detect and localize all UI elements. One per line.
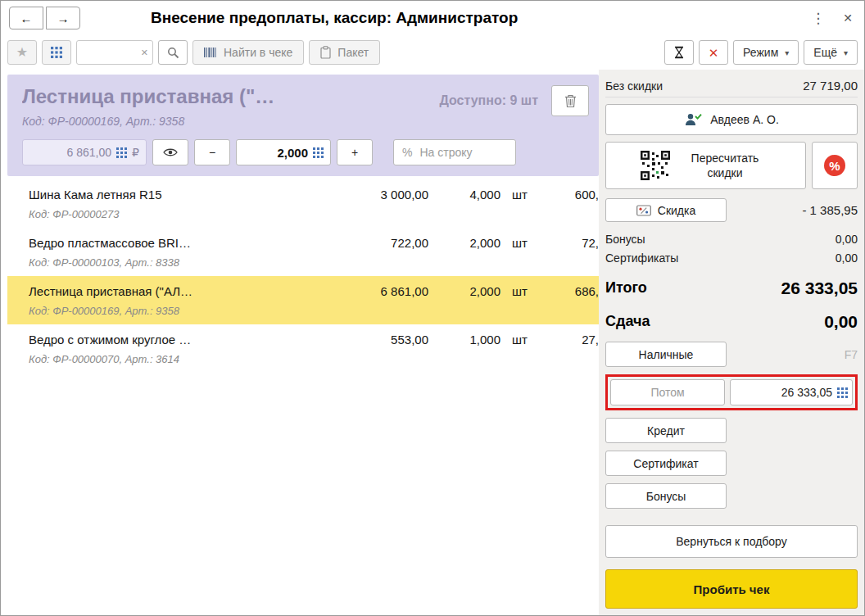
pay-later-button[interactable]: Потом xyxy=(610,379,725,405)
eye-icon xyxy=(163,147,178,157)
plus-icon: + xyxy=(351,146,358,159)
forward-button[interactable]: → xyxy=(46,7,80,29)
nav-arrows: ← → xyxy=(9,7,80,29)
product-code: Код: ФР-00000169, Арт.: 9358 xyxy=(22,115,274,128)
barcode-icon xyxy=(204,47,217,58)
increase-qty-button[interactable]: + xyxy=(337,139,373,165)
row-unit: шт xyxy=(500,284,548,298)
find-in-check-button[interactable]: Найти в чеке xyxy=(192,40,304,65)
manual-discount-button[interactable]: % xyxy=(812,142,858,189)
quantity-field[interactable]: 2,000 xyxy=(236,139,331,165)
packet-button[interactable]: Пакет xyxy=(309,40,380,65)
back-to-selection-button[interactable]: Вернуться к подбору xyxy=(605,525,858,558)
row-unit: шт xyxy=(500,236,548,250)
payment-panel: Без скидки 27 719,00 Авдеев А. О. Пересч… xyxy=(599,70,864,615)
recalculate-discounts-label: Пересчитать скидки xyxy=(679,151,771,180)
row-name: Ведро пластмассовое BRI… xyxy=(7,236,343,250)
pay-certificate-button[interactable]: Сертификат xyxy=(605,451,727,476)
quick-search-input[interactable] xyxy=(82,46,141,60)
mode-dropdown[interactable]: Режим ▾ xyxy=(733,40,799,65)
receipt-row[interactable]: Ведро пластмассовое BRI… 722,00 2,000 шт… xyxy=(7,228,599,276)
row-name: Ведро с отжимом круглое … xyxy=(7,333,343,346)
back-button[interactable]: ← xyxy=(9,7,43,29)
pay-credit-button[interactable]: Кредит xyxy=(605,418,727,443)
percent-icon: % xyxy=(402,146,412,159)
quick-search[interactable]: ✕ xyxy=(76,40,153,65)
certificates-label: Сертификаты xyxy=(605,251,678,265)
numpad-button[interactable] xyxy=(42,40,71,65)
row-price: 722,00 xyxy=(343,236,428,250)
total-label: Итого xyxy=(605,279,647,297)
row-amount: 27, xyxy=(548,333,599,346)
row-unit: шт xyxy=(500,188,548,202)
recalculate-discounts-button[interactable]: Пересчитать скидки xyxy=(605,142,806,189)
titlebar: ← → Внесение предоплаты, кассир: Админис… xyxy=(1,1,864,35)
change-value: 0,00 xyxy=(824,312,858,332)
line-discount-field[interactable]: % На строку xyxy=(393,139,516,165)
discount-button[interactable]: Скидка xyxy=(605,198,727,222)
row-qty: 1,000 xyxy=(428,333,500,346)
delete-line-button[interactable] xyxy=(551,85,589,116)
clear-icon[interactable]: ✕ xyxy=(141,48,148,57)
later-amount-value: 26 333,05 xyxy=(781,386,832,399)
search-icon xyxy=(167,47,179,59)
row-code: Код: ФР-00000103, Арт.: 8338 xyxy=(7,256,599,269)
kebab-menu-icon[interactable]: ⋮ xyxy=(811,11,825,25)
row-name: Шина Кама летняя R15 xyxy=(7,188,343,202)
receipt-lines: Шина Кама летняя R15 3 000,00 4,000 шт 6… xyxy=(7,179,599,373)
more-dropdown[interactable]: Ещё ▾ xyxy=(804,40,858,65)
star-icon: ★ xyxy=(16,46,28,59)
row-price: 6 861,00 xyxy=(343,284,428,298)
receipt-row[interactable]: Ведро с отжимом круглое … 553,00 1,000 ш… xyxy=(7,324,599,373)
row-qty: 4,000 xyxy=(428,188,500,202)
hourglass-button[interactable] xyxy=(664,40,694,65)
qr-code-icon xyxy=(641,151,670,180)
red-x-icon: ✕ xyxy=(709,47,719,59)
chevron-down-icon: ▾ xyxy=(785,48,789,57)
clipboard-icon xyxy=(320,46,331,59)
bonuses-value: 0,00 xyxy=(836,233,858,246)
row-code: Код: ФР-00000169, Арт.: 9358 xyxy=(7,305,599,317)
discount-card-icon xyxy=(636,205,651,216)
later-amount-field[interactable]: 26 333,05 xyxy=(730,379,853,405)
keypad-icon[interactable] xyxy=(116,147,127,158)
discount-label: Скидка xyxy=(658,204,695,217)
row-qty: 2,000 xyxy=(428,284,500,298)
row-amount: 72, xyxy=(548,236,599,250)
product-card: Лестница приставная ("… Код: ФР-00000169… xyxy=(7,75,599,176)
pay-cash-button[interactable]: Наличные xyxy=(605,342,727,367)
pay-bonuses-button[interactable]: Бонусы xyxy=(605,483,727,509)
row-amount: 686, xyxy=(548,284,599,298)
receipt-row[interactable]: Шина Кама летняя R15 3 000,00 4,000 шт 6… xyxy=(7,179,599,228)
cancel-check-button[interactable]: ✕ xyxy=(699,40,728,65)
page-title: Внесение предоплаты, кассир: Администрат… xyxy=(151,9,518,27)
pay-cash-label: Наличные xyxy=(639,348,694,361)
search-button[interactable] xyxy=(158,40,188,65)
pay-later-highlight: Потом 26 333,05 xyxy=(605,374,858,410)
no-discount-label: Без скидки xyxy=(605,79,663,93)
pay-bonuses-label: Бонусы xyxy=(646,490,686,503)
row-code: Код: ФР-00000273 xyxy=(7,208,599,220)
hourglass-icon xyxy=(673,46,685,59)
close-icon[interactable]: ✕ xyxy=(843,12,853,24)
more-label: Ещё xyxy=(813,46,837,59)
visibility-button[interactable] xyxy=(152,139,188,165)
keypad-icon[interactable] xyxy=(837,387,848,398)
product-title: Лестница приставная ("… xyxy=(22,85,274,108)
minus-icon: − xyxy=(209,146,215,159)
cash-hotkey: F7 xyxy=(727,348,858,361)
decrease-qty-button[interactable]: − xyxy=(194,139,230,165)
receipt-panel: Лестница приставная ("… Код: ФР-00000169… xyxy=(1,70,599,615)
keypad-icon[interactable] xyxy=(313,147,324,158)
keypad-icon xyxy=(51,47,62,58)
ring-up-check-button[interactable]: Пробить чек xyxy=(605,569,858,609)
ring-up-check-label: Пробить чек xyxy=(694,582,770,596)
total-value: 26 333,05 xyxy=(781,279,858,298)
receipt-row-selected[interactable]: Лестница приставная ("АЛ… 6 861,00 2,000… xyxy=(7,276,599,324)
favorites-button[interactable]: ★ xyxy=(7,40,37,65)
pay-later-label: Потом xyxy=(650,386,684,399)
customer-button[interactable]: Авдеев А. О. xyxy=(605,104,858,135)
forward-arrow-icon: → xyxy=(57,11,70,25)
price-field[interactable]: 6 861,00 ₽ xyxy=(22,139,147,165)
row-price: 553,00 xyxy=(343,333,428,346)
